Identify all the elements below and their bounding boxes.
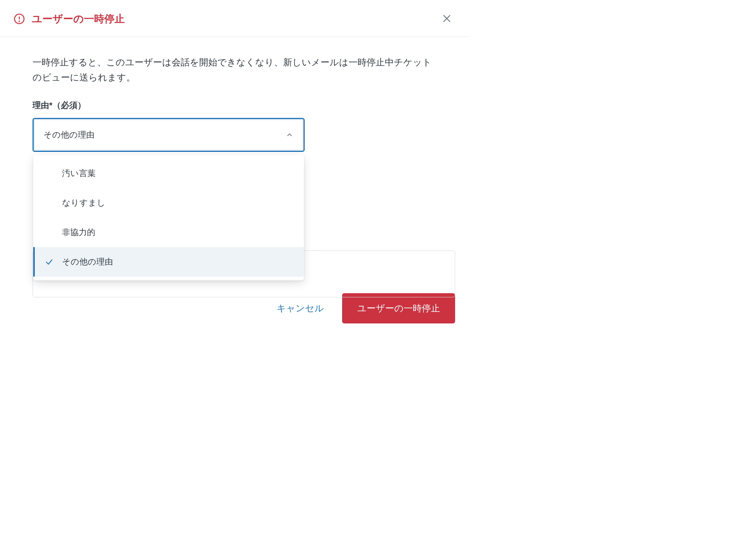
reason-option[interactable]: なりすまし (33, 188, 304, 218)
svg-point-2 (19, 21, 20, 22)
reason-option-label: なりすまし (62, 198, 105, 207)
suspend-submit-button[interactable]: ユーザーの一時停止 (342, 293, 455, 323)
modal-title: ユーザーの一時停止 (32, 12, 125, 26)
modal-header: ユーザーの一時停止 (0, 0, 469, 37)
reason-option-label: 非協力的 (62, 227, 95, 237)
reason-option[interactable]: その他の理由 (33, 247, 304, 277)
suspend-description: 一時停止すると、このユーザーは会話を開始できなくなり、新しいメールは一時停止中チ… (33, 55, 436, 85)
reason-label: 理由*（必須） (33, 100, 436, 111)
reason-option-label: 汚い言葉 (62, 169, 96, 178)
reason-dropdown-trigger[interactable]: その他の理由 (33, 118, 305, 152)
reason-option-label: その他の理由 (62, 257, 113, 266)
reason-option[interactable]: 非協力的 (33, 218, 304, 247)
reason-option[interactable]: 汚い言葉 (33, 159, 304, 188)
suspend-user-modal: ユーザーの一時停止 一時停止すると、このユーザーは会話を開始できなくなり、新しい… (0, 0, 469, 337)
reason-dropdown: その他の理由 汚い言葉 なりすまし 非協力的 (33, 118, 305, 152)
cancel-button[interactable]: キャンセル (277, 302, 324, 314)
close-icon (441, 13, 452, 25)
chevron-up-icon (285, 131, 294, 139)
close-button[interactable] (438, 11, 455, 27)
reason-dropdown-menu: 汚い言葉 なりすまし 非協力的 その他の理由 (33, 155, 304, 280)
check-icon (45, 257, 54, 266)
header-title-wrap: ユーザーの一時停止 (14, 12, 125, 26)
reason-selected-value: その他の理由 (43, 129, 94, 141)
warning-icon (14, 13, 25, 25)
modal-body: 一時停止すると、このユーザーは会話を開始できなくなり、新しいメールは一時停止中チ… (0, 37, 469, 286)
